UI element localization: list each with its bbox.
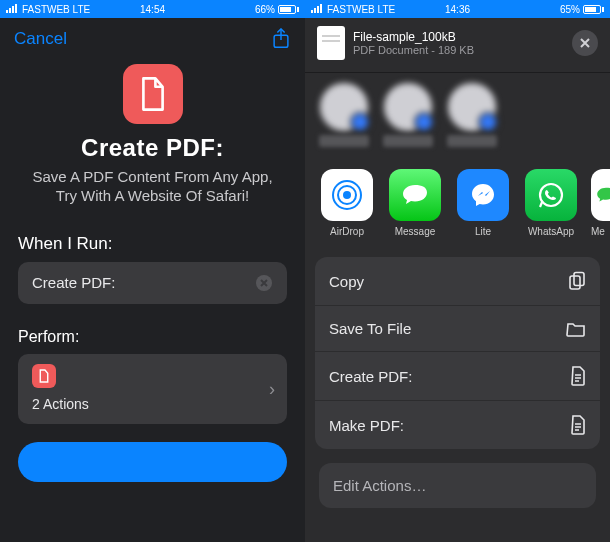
shortcut-title: Create PDF: bbox=[18, 134, 287, 162]
contact-name bbox=[383, 135, 433, 147]
app-label: Message bbox=[395, 226, 436, 237]
folder-icon bbox=[566, 321, 586, 337]
action-label: Make PDF: bbox=[329, 417, 404, 434]
action-label: Save To File bbox=[329, 320, 411, 337]
avatar bbox=[448, 83, 496, 131]
message-icon bbox=[389, 169, 441, 221]
airdrop-icon bbox=[321, 169, 373, 221]
avatar bbox=[384, 83, 432, 131]
app-more[interactable]: Me bbox=[591, 169, 610, 237]
contact-name bbox=[319, 135, 369, 147]
carrier-label: FASTWEB LTE bbox=[327, 4, 395, 15]
signal-bars-icon bbox=[6, 4, 18, 15]
avatar bbox=[320, 83, 368, 131]
carrier-label: FASTWEB LTE bbox=[22, 4, 90, 15]
document-name: File-sample_100kB bbox=[353, 30, 474, 44]
message-alt-icon bbox=[591, 169, 610, 221]
actions-count: 2 Actions bbox=[32, 396, 273, 412]
action-make-pdf[interactable]: Make PDF: bbox=[315, 401, 600, 449]
cancel-button[interactable]: Cancel bbox=[14, 29, 67, 49]
battery-icon bbox=[583, 5, 604, 14]
contact-item[interactable] bbox=[319, 83, 369, 147]
action-label: Copy bbox=[329, 273, 364, 290]
action-label: Create PDF: bbox=[329, 368, 412, 385]
clear-icon[interactable] bbox=[255, 274, 273, 292]
app-messenger-lite[interactable]: Lite bbox=[455, 169, 511, 237]
contact-item[interactable] bbox=[383, 83, 433, 147]
app-message[interactable]: Message bbox=[387, 169, 443, 237]
app-label: Me bbox=[591, 226, 610, 237]
share-icon[interactable] bbox=[271, 28, 291, 50]
app-whatsapp[interactable]: WhatsApp bbox=[523, 169, 579, 237]
action-create-pdf[interactable]: Create PDF: bbox=[315, 352, 600, 401]
battery-percent: 65% bbox=[560, 4, 580, 15]
share-apps-row: AirDrop Message Lite WhatsApp Me bbox=[305, 155, 610, 247]
document-icon bbox=[570, 366, 586, 386]
svg-rect-6 bbox=[570, 276, 580, 289]
status-time: 14:36 bbox=[445, 4, 470, 15]
action-tile-icon bbox=[32, 364, 56, 388]
document-thumb-icon bbox=[317, 26, 345, 60]
perform-actions-row[interactable]: 2 Actions › bbox=[18, 354, 287, 424]
document-icon bbox=[570, 415, 586, 435]
app-label: WhatsApp bbox=[528, 226, 574, 237]
messenger-icon bbox=[457, 169, 509, 221]
svg-point-5 bbox=[540, 184, 562, 206]
action-save-to-file[interactable]: Save To File bbox=[315, 306, 600, 352]
share-sheet-pane: FASTWEB LTE 14:36 65% File-sample_100kB … bbox=[305, 0, 610, 542]
share-actions-list: Copy Save To File Create PDF: Make PDF: bbox=[315, 257, 600, 449]
when-run-row[interactable]: Create PDF: bbox=[18, 262, 287, 304]
document-meta: PDF Document - 189 KB bbox=[353, 44, 474, 56]
copy-icon bbox=[568, 271, 586, 291]
edit-actions-button[interactable]: Edit Actions… bbox=[319, 463, 596, 508]
battery-icon bbox=[278, 5, 299, 14]
contact-name bbox=[447, 135, 497, 147]
share-sheet-header: File-sample_100kB PDF Document - 189 KB bbox=[305, 18, 610, 73]
perform-label: Perform: bbox=[0, 328, 305, 346]
close-button[interactable] bbox=[572, 30, 598, 56]
contact-item[interactable] bbox=[447, 83, 497, 147]
battery-percent: 66% bbox=[255, 4, 275, 15]
airdrop-contacts-row bbox=[305, 73, 610, 155]
action-copy[interactable]: Copy bbox=[315, 257, 600, 306]
when-i-run-label: When I Run: bbox=[0, 234, 305, 254]
app-label: AirDrop bbox=[330, 226, 364, 237]
status-time: 14:54 bbox=[140, 4, 165, 15]
whatsapp-icon bbox=[525, 169, 577, 221]
app-label: Lite bbox=[475, 226, 491, 237]
shortcut-subtitle: Save A PDF Content From Any App, Try Wit… bbox=[18, 168, 287, 206]
primary-action-button[interactable] bbox=[18, 442, 287, 482]
svg-rect-7 bbox=[574, 273, 584, 286]
svg-point-2 bbox=[343, 191, 351, 199]
chevron-right-icon: › bbox=[269, 378, 275, 399]
shortcut-app-tile bbox=[123, 64, 183, 124]
app-airdrop[interactable]: AirDrop bbox=[319, 169, 375, 237]
status-bar: FASTWEB LTE 14:36 65% bbox=[305, 0, 610, 18]
when-run-value: Create PDF: bbox=[32, 274, 115, 291]
signal-bars-icon bbox=[311, 4, 323, 15]
shortcut-detail-pane: FASTWEB LTE 14:54 66% Cancel Create PDF:… bbox=[0, 0, 305, 542]
status-bar: FASTWEB LTE 14:54 66% bbox=[0, 0, 305, 18]
